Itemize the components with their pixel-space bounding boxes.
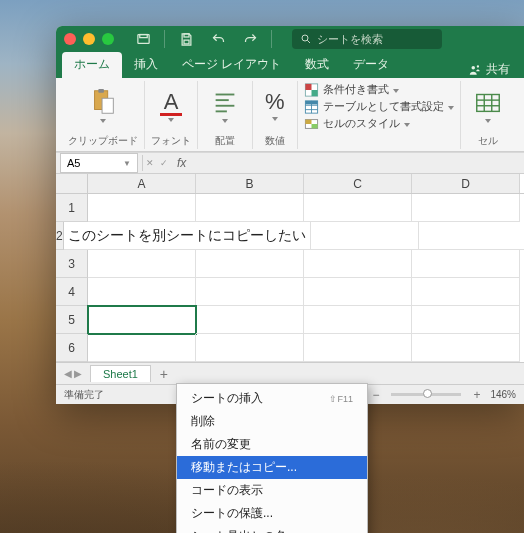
svg-rect-22 <box>305 100 317 104</box>
paste-button[interactable] <box>82 85 124 125</box>
group-alignment: 配置 <box>198 81 253 149</box>
zoom-in-button[interactable]: + <box>469 388 484 402</box>
select-all-corner[interactable] <box>56 174 88 193</box>
menu-tab-color[interactable]: シート見出しの色 ▶ <box>177 525 367 533</box>
cell[interactable] <box>304 306 412 334</box>
tab-insert[interactable]: 挿入 <box>122 52 170 78</box>
save-button[interactable] <box>171 29 201 49</box>
table-icon <box>304 100 319 114</box>
cell[interactable] <box>311 222 419 250</box>
svg-rect-10 <box>102 98 113 113</box>
svg-point-7 <box>477 65 479 67</box>
svg-rect-16 <box>305 83 311 89</box>
menu-move-or-copy[interactable]: 移動またはコピー... <box>177 456 367 479</box>
sheet-nav-next[interactable]: ▶ <box>74 368 82 379</box>
cell[interactable] <box>88 194 196 222</box>
autosave-toggle[interactable] <box>128 29 158 49</box>
format-as-table-button[interactable]: テーブルとして書式設定 <box>304 98 454 115</box>
column-header[interactable]: D <box>412 174 520 193</box>
cell[interactable] <box>412 194 520 222</box>
search-box[interactable]: シートを検索 <box>292 29 442 49</box>
menu-delete[interactable]: 削除 <box>177 410 367 433</box>
minimize-window-button[interactable] <box>83 33 95 45</box>
cell-styles-button[interactable]: セルのスタイル <box>304 115 454 132</box>
menu-view-code[interactable]: コードの表示 <box>177 479 367 502</box>
cell[interactable] <box>196 334 304 362</box>
menu-insert-sheet[interactable]: シートの挿入 ⇧F11 <box>177 387 367 410</box>
svg-rect-3 <box>184 40 189 44</box>
cell[interactable] <box>196 306 304 334</box>
window-controls <box>64 33 114 45</box>
ribbon-tabs: ホーム 挿入 ページ レイアウト 数式 データ 共有 <box>56 52 524 78</box>
svg-rect-1 <box>139 34 147 37</box>
name-box[interactable]: A5 ▼ <box>60 153 138 173</box>
worksheet-grid[interactable]: A B C D 1 2このシートを別シートにコピーしたい 3 4 5 6 <box>56 174 524 362</box>
chevron-down-icon: ▼ <box>123 159 131 168</box>
row-header[interactable]: 1 <box>56 194 88 222</box>
cell[interactable] <box>412 334 520 362</box>
cell-a2[interactable]: このシートを別シートにコピーしたい <box>64 222 311 250</box>
undo-button[interactable] <box>203 29 233 49</box>
cell-a5-selected[interactable] <box>88 306 196 334</box>
zoom-window-button[interactable] <box>102 33 114 45</box>
tab-page-layout[interactable]: ページ レイアウト <box>170 52 293 78</box>
enter-formula-button[interactable]: ✓ <box>157 158 171 168</box>
alignment-button[interactable] <box>204 85 246 125</box>
column-header[interactable]: A <box>88 174 196 193</box>
cell[interactable] <box>196 278 304 306</box>
group-number-label: 数値 <box>265 133 285 149</box>
cell[interactable] <box>412 250 520 278</box>
tab-home[interactable]: ホーム <box>62 52 122 78</box>
svg-rect-26 <box>476 95 499 112</box>
cell[interactable] <box>88 334 196 362</box>
svg-rect-9 <box>98 89 104 93</box>
add-sheet-button[interactable]: + <box>155 365 173 383</box>
row-header[interactable]: 5 <box>56 306 88 334</box>
paste-icon <box>88 87 118 117</box>
number-format-button[interactable]: % <box>259 87 291 123</box>
font-button[interactable]: A <box>154 87 188 124</box>
menu-rename[interactable]: 名前の変更 <box>177 433 367 456</box>
group-alignment-label: 配置 <box>215 133 235 149</box>
column-header[interactable]: B <box>196 174 304 193</box>
row-header[interactable]: 2 <box>56 222 64 250</box>
row-header[interactable]: 3 <box>56 250 88 278</box>
cell[interactable] <box>412 278 520 306</box>
conditional-formatting-button[interactable]: 条件付き書式 <box>304 81 454 98</box>
sheet-context-menu: シートの挿入 ⇧F11 削除 名前の変更 移動またはコピー... コードの表示 … <box>176 383 368 533</box>
column-header[interactable]: C <box>304 174 412 193</box>
group-cells: セル <box>461 81 515 149</box>
cell[interactable] <box>412 306 520 334</box>
row-header[interactable]: 6 <box>56 334 88 362</box>
share-icon <box>468 63 482 77</box>
conditional-formatting-icon <box>304 83 319 97</box>
cell[interactable] <box>196 250 304 278</box>
title-bar: シートを検索 <box>56 26 524 52</box>
tab-formulas[interactable]: 数式 <box>293 52 341 78</box>
share-button[interactable]: 共有 <box>460 61 518 78</box>
zoom-slider[interactable] <box>391 393 461 396</box>
zoom-out-button[interactable]: − <box>368 388 383 402</box>
cell[interactable] <box>88 250 196 278</box>
tab-data[interactable]: データ <box>341 52 401 78</box>
cell[interactable] <box>304 194 412 222</box>
sheet-nav-prev[interactable]: ◀ <box>64 368 72 379</box>
zoom-percentage[interactable]: 146% <box>490 389 516 400</box>
cancel-formula-button[interactable]: ✕ <box>143 158 157 168</box>
sheet-tab-sheet1[interactable]: Sheet1 <box>90 365 151 382</box>
cell[interactable] <box>304 334 412 362</box>
cell[interactable] <box>304 250 412 278</box>
fx-label[interactable]: fx <box>171 156 186 170</box>
menu-protect-sheet[interactable]: シートの保護... <box>177 502 367 525</box>
cells-button[interactable] <box>467 85 509 125</box>
redo-button[interactable] <box>235 29 265 49</box>
cell[interactable] <box>419 222 524 250</box>
svg-point-6 <box>472 65 476 69</box>
cell[interactable] <box>304 278 412 306</box>
cell[interactable] <box>88 278 196 306</box>
group-styles: 条件付き書式 テーブルとして書式設定 セルのスタイル <box>298 81 461 149</box>
cell[interactable] <box>196 194 304 222</box>
percent-icon: % <box>265 89 285 115</box>
row-header[interactable]: 4 <box>56 278 88 306</box>
close-window-button[interactable] <box>64 33 76 45</box>
